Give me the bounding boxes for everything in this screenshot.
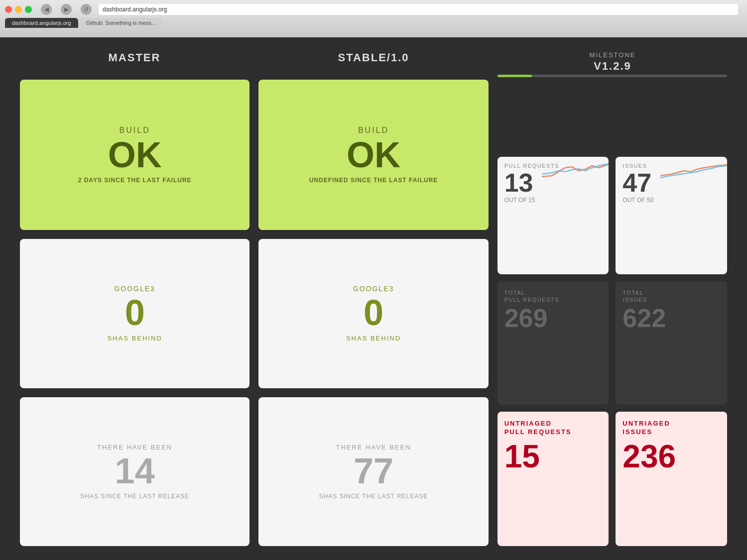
issues-number: 47 (622, 170, 720, 196)
master-build-since-rest: SINCE THE LAST FAILURE (102, 177, 192, 184)
minimize-button-dot[interactable] (15, 6, 22, 13)
stable-build-since-rest: SINCE THE LAST FAILURE (349, 177, 438, 184)
stable-build-label: BUILD (358, 126, 389, 135)
master-shas-card: THERE HAVE BEEN 14 SHAS SINCE THE LAST R… (20, 397, 249, 546)
maximize-button-dot[interactable] (25, 6, 32, 13)
total-pull-requests-label: TOTAL PULL REQUESTS (504, 289, 602, 304)
stable-google3-label: GOOGLE3 (353, 285, 394, 293)
master-shas-number: 14 (115, 453, 155, 489)
dashboard: MASTER STABLE/1.0 MILESTONE V1.2.9 BUILD… (0, 37, 747, 560)
browser-tabs: dashboard.angularjs.org Github: Somethin… (5, 18, 742, 28)
stable-build-since: UNDEFINED SINCE THE LAST FAILURE (309, 177, 438, 184)
tab-dashboard[interactable]: dashboard.angularjs.org (5, 18, 78, 28)
stable-build-since-bold: UNDEFINED (309, 177, 349, 184)
milestone-progress-bar (498, 75, 727, 77)
master-header: MASTER (20, 51, 249, 73)
stable-shas-label: THERE HAVE BEEN (336, 444, 411, 451)
stable-header: STABLE/1.0 (259, 51, 488, 73)
milestone-progress-fill (498, 75, 532, 77)
pull-requests-sub: OUT OF 15 (504, 197, 602, 204)
issues-sub: OUT OF 50 (622, 197, 720, 204)
stable-google3-card: GOOGLE3 0 SHAS BEHIND (258, 239, 488, 389)
stable-shas-sub: SHAS SINCE THE LAST RELEASE (319, 493, 428, 500)
browser-controls: ◀ ▶ ↺ dashboard.angularjs.org (5, 4, 742, 15)
tab-github[interactable]: Github: Something is mess... (79, 18, 163, 28)
master-google3-sub: SHAS BEHIND (108, 335, 162, 342)
untriaged-pull-requests-card: UNTRIAGEDPULL REQUESTS 15 (498, 412, 609, 546)
stable-column: BUILD OK UNDEFINED SINCE THE LAST FAILUR… (258, 80, 488, 546)
master-column: BUILD OK 2 DAYS SINCE THE LAST FAILURE G… (20, 80, 249, 546)
master-google3-card: GOOGLE3 0 SHAS BEHIND (20, 239, 249, 389)
total-issues-number: 622 (622, 305, 720, 331)
stable-shas-number: 77 (354, 453, 393, 489)
untriaged-pull-requests-number: 15 (504, 441, 602, 472)
milestone-untriaged-row: UNTRIAGEDPULL REQUESTS 15 UNTRIAGEDISSUE… (498, 412, 727, 546)
master-build-status: OK (108, 137, 162, 173)
master-shas-sub: SHAS SINCE THE LAST RELEASE (80, 493, 189, 500)
back-button[interactable]: ◀ (41, 4, 52, 15)
milestone-label: MILESTONE (498, 51, 727, 59)
total-issues-label: TOTAL ISSUES (622, 289, 720, 304)
url-text: dashboard.angularjs.org (103, 6, 167, 13)
untriaged-issues-card: UNTRIAGEDISSUES 236 (616, 412, 727, 546)
untriaged-pull-requests-label: UNTRIAGEDPULL REQUESTS (504, 420, 602, 437)
total-issues-card: TOTAL ISSUES 622 (616, 281, 727, 405)
master-build-since-bold: 2 DAYS (78, 177, 102, 184)
untriaged-issues-number: 236 (622, 441, 720, 472)
browser-chrome: ◀ ▶ ↺ dashboard.angularjs.org dashboard.… (0, 0, 747, 37)
milestone-version: V1.2.9 (498, 60, 727, 73)
master-build-card: BUILD OK 2 DAYS SINCE THE LAST FAILURE (20, 80, 249, 230)
stable-build-status: OK (347, 137, 400, 173)
master-google3-label: GOOGLE3 (114, 285, 155, 293)
master-build-since: 2 DAYS SINCE THE LAST FAILURE (78, 177, 192, 184)
close-button-dot[interactable] (5, 6, 12, 13)
main-grid: BUILD OK 2 DAYS SINCE THE LAST FAILURE G… (20, 80, 727, 546)
milestone-totals-row: TOTAL PULL REQUESTS 269 TOTAL ISSUES 622 (498, 281, 727, 405)
milestone-header: MILESTONE V1.2.9 (498, 51, 727, 73)
milestone-column: PULL REQUESTS 13 OUT OF 15 IS (498, 80, 727, 546)
total-pull-requests-card: TOTAL PULL REQUESTS 269 (498, 281, 609, 405)
total-pull-requests-number: 269 (504, 305, 602, 331)
refresh-button[interactable]: ↺ (81, 4, 92, 15)
forward-button[interactable]: ▶ (61, 4, 72, 15)
pull-requests-number: 13 (504, 170, 602, 196)
master-google3-number: 0 (125, 295, 145, 331)
stable-build-card: BUILD OK UNDEFINED SINCE THE LAST FAILUR… (258, 80, 488, 230)
url-bar[interactable]: dashboard.angularjs.org (99, 4, 738, 15)
stable-shas-card: THERE HAVE BEEN 77 SHAS SINCE THE LAST R… (258, 397, 488, 546)
pull-requests-card: PULL REQUESTS 13 OUT OF 15 (498, 157, 609, 274)
column-headers: MASTER STABLE/1.0 MILESTONE V1.2.9 (20, 51, 727, 73)
stable-google3-sub: SHAS BEHIND (346, 335, 401, 342)
stable-google3-number: 0 (364, 295, 383, 331)
untriaged-issues-label: UNTRIAGEDISSUES (622, 420, 720, 437)
milestone-top-row: PULL REQUESTS 13 OUT OF 15 IS (498, 157, 727, 274)
issues-card: ISSUES 47 OUT OF 50 (616, 157, 727, 274)
master-shas-label: THERE HAVE BEEN (97, 444, 172, 451)
master-build-label: BUILD (120, 126, 150, 135)
